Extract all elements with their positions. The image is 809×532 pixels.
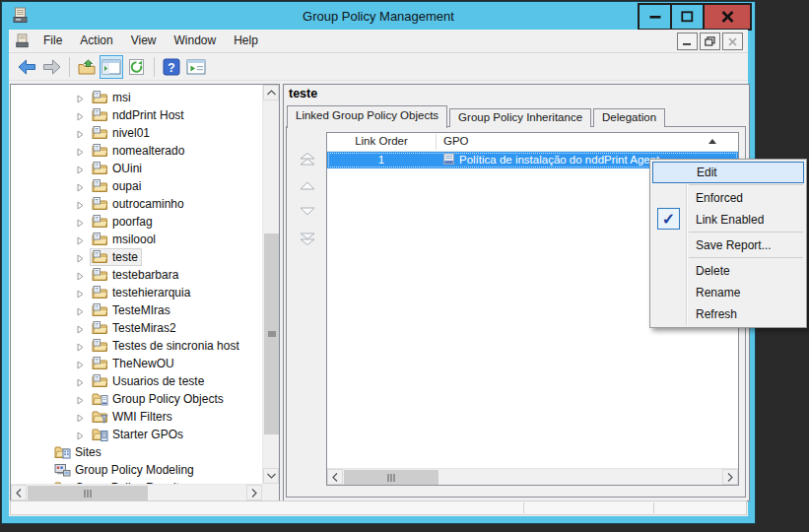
expand-arrow-icon[interactable] xyxy=(76,288,85,297)
column-header-gpo[interactable]: GPO xyxy=(443,135,469,147)
scroll-right-arrow-icon[interactable] xyxy=(246,485,262,500)
expand-arrow-icon[interactable] xyxy=(76,323,85,332)
tree-item-box[interactable]: Group Policy Objects xyxy=(90,390,228,408)
tree-item-sites[interactable]: Sites xyxy=(11,443,262,461)
minimize-button[interactable] xyxy=(640,5,670,29)
tree-item-box[interactable]: msiloool xyxy=(90,231,160,248)
move-link-down-button[interactable] xyxy=(297,204,318,220)
tree-item-thenewou[interactable]: TheNewOU xyxy=(11,355,262,372)
context-menu-item-edit[interactable]: Edit xyxy=(652,162,804,183)
move-link-to-top-button[interactable] xyxy=(297,151,318,166)
refresh-icon[interactable] xyxy=(124,55,148,79)
context-menu-item-enforced[interactable]: Enforced xyxy=(650,187,806,209)
tree-item-testemiras2[interactable]: TesteMiras2 xyxy=(11,319,262,337)
expand-arrow-icon[interactable] xyxy=(76,394,85,403)
tree-item-box[interactable]: WMI Filters xyxy=(90,408,176,426)
table-hscroll-thumb[interactable] xyxy=(344,470,438,485)
up-one-level-icon[interactable] xyxy=(75,55,99,79)
tree-item-wmi-filters[interactable]: WMI Filters xyxy=(11,408,262,426)
expand-arrow-icon[interactable] xyxy=(76,252,85,261)
tree-item-box[interactable]: outrocaminho xyxy=(90,195,188,213)
tree-item-starter-gpos[interactable]: Starter GPOs xyxy=(11,426,262,443)
tree-item-box[interactable]: TesteMiras2 xyxy=(90,319,180,337)
tree-item-testemiras[interactable]: TesteMIras xyxy=(11,301,262,319)
tree-item-box[interactable]: testehierarquia xyxy=(90,284,194,301)
tree-item-box[interactable]: Group Policy Modeling xyxy=(52,461,198,479)
scroll-up-arrow-icon[interactable] xyxy=(263,85,279,100)
tree-vscroll-thumb[interactable] xyxy=(264,233,279,434)
titlebar[interactable]: Group Policy Management xyxy=(2,2,755,30)
tree-item-box[interactable]: nivel01 xyxy=(90,124,154,142)
table-horizontal-scrollbar[interactable] xyxy=(327,468,738,485)
tab-linked-group-policy-objects[interactable]: Linked Group Policy Objects xyxy=(287,105,447,128)
tree-item-ouini[interactable]: OUini xyxy=(11,160,262,177)
tree-item-group-policy-modeling[interactable]: Group Policy Modeling xyxy=(11,461,262,479)
context-menu-item-save-report[interactable]: Save Report... xyxy=(650,234,806,256)
context-menu-item-delete[interactable]: Delete xyxy=(650,260,806,282)
expand-arrow-icon[interactable] xyxy=(76,376,85,385)
close-button[interactable] xyxy=(703,5,750,29)
menu-action[interactable]: Action xyxy=(71,30,121,52)
menu-view[interactable]: View xyxy=(122,30,166,52)
tree-item-box[interactable]: Starter GPOs xyxy=(90,426,187,443)
tree-item-box[interactable]: OUini xyxy=(90,160,146,177)
mdi-restore-button[interactable] xyxy=(700,33,720,50)
menu-file[interactable]: File xyxy=(34,30,71,52)
scroll-left-arrow-icon[interactable] xyxy=(327,469,343,485)
column-divider[interactable] xyxy=(436,134,437,150)
tree-item-box[interactable]: TheNewOU xyxy=(90,355,178,372)
tree-item-box[interactable]: nddPrint Host xyxy=(90,106,188,124)
expand-arrow-icon[interactable] xyxy=(76,305,85,314)
expand-arrow-icon[interactable] xyxy=(76,217,85,226)
tree-item-msi[interactable]: msi xyxy=(11,89,262,106)
maximize-button[interactable] xyxy=(670,5,703,29)
scroll-down-arrow-icon[interactable] xyxy=(263,468,279,484)
tree-item-box[interactable]: Sites xyxy=(52,443,105,461)
scroll-left-arrow-icon[interactable] xyxy=(11,485,27,500)
tree-hscroll-thumb[interactable] xyxy=(28,486,148,500)
new-window-icon[interactable] xyxy=(184,55,208,79)
expand-arrow-icon[interactable] xyxy=(76,181,85,190)
tree-item-testes-de-sincronia-host[interactable]: Testes de sincronia host xyxy=(11,337,262,355)
tree-item-testebarbara[interactable]: testebarbara xyxy=(11,266,262,284)
mdi-minimize-button[interactable] xyxy=(677,33,698,50)
expand-arrow-icon[interactable] xyxy=(76,164,85,172)
tree-item-box[interactable]: teste xyxy=(90,248,142,266)
forward-icon[interactable] xyxy=(39,55,63,79)
back-icon[interactable] xyxy=(15,55,38,79)
expand-arrow-icon[interactable] xyxy=(76,234,85,243)
tree-item-poorfag[interactable]: poorfag xyxy=(11,213,262,231)
menu-window[interactable]: Window xyxy=(166,30,226,52)
tree-item-box[interactable]: msi xyxy=(90,89,135,106)
tree-item-outrocaminho[interactable]: outrocaminho xyxy=(11,195,262,213)
tree-item-group-policy-objects[interactable]: Group Policy Objects xyxy=(11,390,262,408)
help-icon[interactable]: ? xyxy=(160,55,183,79)
show-console-tree-icon[interactable] xyxy=(100,55,123,79)
tree-item-usuarios-de-teste[interactable]: Usuarios de teste xyxy=(11,372,262,390)
expand-arrow-icon[interactable] xyxy=(76,430,85,438)
move-link-to-bottom-button[interactable] xyxy=(297,231,318,246)
tree-item-oupai[interactable]: oupai xyxy=(11,177,262,195)
tree-item-box[interactable]: Usuarios de teste xyxy=(90,372,208,390)
tree-item-box[interactable]: poorfag xyxy=(90,213,157,231)
expand-arrow-icon[interactable] xyxy=(76,110,85,119)
tab-delegation[interactable]: Delegation xyxy=(593,108,665,127)
expand-arrow-icon[interactable] xyxy=(76,412,85,421)
tree-item-box[interactable]: TesteMIras xyxy=(90,301,174,319)
expand-arrow-icon[interactable] xyxy=(76,146,85,155)
move-link-up-button[interactable] xyxy=(297,177,318,193)
context-menu-item-refresh[interactable]: Refresh xyxy=(650,303,806,325)
column-header-link-order[interactable]: Link Order xyxy=(327,135,436,147)
tree-item-teste[interactable]: teste xyxy=(11,248,262,266)
expand-arrow-icon[interactable] xyxy=(76,270,85,279)
scroll-right-arrow-icon[interactable] xyxy=(722,469,738,485)
tab-group-policy-inheritance[interactable]: Group Policy Inheritance xyxy=(449,108,591,127)
tree-vertical-scrollbar[interactable] xyxy=(262,85,279,484)
expand-arrow-icon[interactable] xyxy=(76,199,85,208)
tree-item-box[interactable]: Testes de sincronia host xyxy=(90,337,243,355)
tree-item-nddprint-host[interactable]: nddPrint Host xyxy=(11,106,262,124)
tree-item-nomealterado[interactable]: nomealterado xyxy=(11,142,262,160)
expand-arrow-icon[interactable] xyxy=(76,128,85,137)
menu-help[interactable]: Help xyxy=(225,30,267,52)
tree-item-box[interactable]: testebarbara xyxy=(90,266,182,284)
